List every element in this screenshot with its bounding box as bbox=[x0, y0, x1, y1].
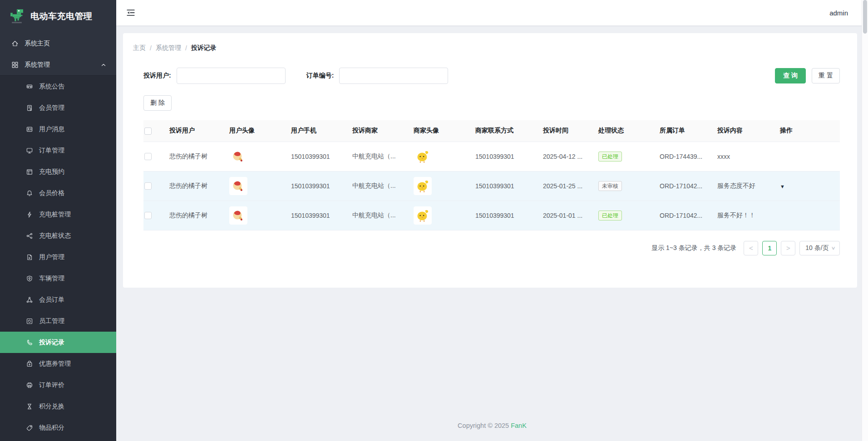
member-file-icon bbox=[26, 104, 33, 112]
col-merchant: 投诉商家 bbox=[351, 120, 413, 142]
share-icon bbox=[26, 232, 33, 240]
breadcrumb-section[interactable]: 系统管理 bbox=[156, 44, 181, 52]
printer-icon bbox=[26, 382, 33, 389]
page-scrollbar[interactable] bbox=[862, 0, 868, 441]
pagination: 显示 1~3 条记录，共 3 条记录 < 1 > 10 条/页 ∨ bbox=[143, 241, 840, 255]
sidebar-item-label: 会员管理 bbox=[39, 104, 64, 112]
col-order: 所属订单 bbox=[659, 120, 716, 142]
sidebar-item-label: 投诉记录 bbox=[39, 338, 64, 347]
cell-merchant-phone: 15010399301 bbox=[474, 142, 542, 171]
dino-icon bbox=[9, 9, 25, 24]
sidebar-item-charger-status[interactable]: 充电桩状态 bbox=[0, 225, 116, 246]
copyright-text: Copyright © 2025 bbox=[458, 422, 511, 429]
coupon-icon bbox=[26, 360, 33, 368]
breadcrumb-separator: / bbox=[150, 44, 152, 52]
filter-bar: 投诉用户: 订单编号: 查 询 重 置 bbox=[143, 68, 840, 84]
cell-merchant-phone: 15010399301 bbox=[474, 171, 542, 201]
cell-merchant-phone: 15010399301 bbox=[474, 201, 542, 230]
footer: Copyright © 2025 FanK bbox=[116, 422, 868, 441]
home-icon bbox=[11, 40, 19, 47]
prev-page-button[interactable]: < bbox=[744, 241, 758, 255]
topbar: admin bbox=[116, 0, 868, 25]
row-actions-dropdown-icon[interactable]: ▼ bbox=[780, 184, 785, 189]
cell-content: xxxx bbox=[716, 142, 779, 171]
sidebar-item-order-reviews[interactable]: 订单评价 bbox=[0, 374, 116, 396]
sidebar-item-vehicles[interactable]: 车辆管理 bbox=[0, 268, 116, 289]
cell-phone: 15010399301 bbox=[290, 142, 351, 171]
sidebar-item-points-exchange[interactable]: 积分兑换 bbox=[0, 396, 116, 417]
sidebar-item-charge-reservation[interactable]: 充电预约 bbox=[0, 161, 116, 182]
col-merchant-avatar: 商家头像 bbox=[413, 120, 474, 142]
bell-icon bbox=[26, 190, 33, 197]
delete-button[interactable]: 删 除 bbox=[143, 95, 172, 111]
sidebar-item-label: 物品积分 bbox=[39, 424, 64, 432]
complaint-user-input[interactable] bbox=[177, 68, 286, 84]
col-merchant-contact: 商家联系方式 bbox=[474, 120, 542, 142]
cell-merchant: 中航充电站（... bbox=[351, 171, 413, 201]
sidebar-item-orders[interactable]: 订单管理 bbox=[0, 140, 116, 161]
complaints-table: 投诉用户 用户头像 用户手机 投诉商家 商家头像 商家联系方式 投诉时间 处理状… bbox=[143, 120, 840, 230]
content-area: 主页 / 系统管理 / 投诉记录 投诉用户: 订单编号: 查 询 重 置 删 除 bbox=[116, 25, 868, 441]
cell-merchant: 中航充电站（... bbox=[351, 142, 413, 171]
breadcrumb-home[interactable]: 主页 bbox=[133, 44, 146, 52]
fold-icon[interactable] bbox=[126, 8, 136, 18]
user-card-icon bbox=[26, 126, 33, 133]
sidebar-item-label: 系统管理 bbox=[25, 61, 50, 69]
sidebar-item-user-messages[interactable]: 用户消息 bbox=[0, 118, 116, 140]
grid-icon bbox=[11, 61, 19, 69]
search-button[interactable]: 查 询 bbox=[775, 68, 806, 83]
col-actions: 操作 bbox=[779, 120, 840, 142]
sidebar-item-announcements[interactable]: 系统公告 bbox=[0, 76, 116, 97]
status-badge: 未审核 bbox=[598, 181, 622, 191]
sidebar-item-member-orders[interactable]: 会员订单 bbox=[0, 289, 116, 310]
yellow-chick-avatar bbox=[414, 147, 432, 166]
sidebar-item-label: 充电桩管理 bbox=[39, 211, 71, 219]
app-logo[interactable]: 电动车充电管理 bbox=[0, 0, 116, 33]
order-number-input[interactable] bbox=[339, 68, 448, 84]
sidebar-item-user-mgmt[interactable]: 用户管理 bbox=[0, 246, 116, 268]
next-page-button[interactable]: > bbox=[781, 241, 795, 255]
page-number-button[interactable]: 1 bbox=[762, 241, 777, 255]
brand-link[interactable]: FanK bbox=[511, 422, 527, 429]
sidebar-item-staff[interactable]: 员工管理 bbox=[0, 310, 116, 332]
content-card: 主页 / 系统管理 / 投诉记录 投诉用户: 订单编号: 查 询 重 置 删 除 bbox=[123, 33, 857, 288]
monitor-icon bbox=[26, 147, 33, 154]
reset-button[interactable]: 重 置 bbox=[812, 68, 840, 83]
cell-actions: ▼ bbox=[779, 171, 840, 201]
sidebar-item-home[interactable]: 系统主页 bbox=[0, 33, 116, 54]
cell-actions bbox=[779, 142, 840, 171]
status-badge: 已处理 bbox=[598, 211, 622, 220]
sidebar-item-label: 优惠券管理 bbox=[39, 360, 71, 368]
sidebar: 电动车充电管理 系统主页 系统管理 系统公告 会员管理 用户消息 订单管理 充电… bbox=[0, 0, 116, 441]
complaint-user-label: 投诉用户: bbox=[143, 72, 171, 80]
row-checkbox[interactable] bbox=[144, 182, 152, 190]
select-all-checkbox[interactable] bbox=[144, 127, 152, 135]
sidebar-item-item-points[interactable]: 物品积分 bbox=[0, 417, 116, 438]
sidebar-item-members[interactable]: 会员管理 bbox=[0, 97, 116, 118]
scrollbar-thumb[interactable] bbox=[863, 0, 867, 34]
col-user-phone: 用户手机 bbox=[290, 120, 351, 142]
yellow-chick-avatar bbox=[414, 206, 432, 225]
sidebar-item-complaints[interactable]: 投诉记录 bbox=[0, 332, 116, 353]
row-checkbox[interactable] bbox=[144, 153, 152, 160]
chevron-down-icon: ∨ bbox=[831, 245, 835, 250]
current-user[interactable]: admin bbox=[829, 9, 848, 17]
col-content: 投诉内容 bbox=[716, 120, 779, 142]
cell-time: 2025-04-12 ... bbox=[542, 142, 597, 171]
sidebar-item-label: 订单管理 bbox=[39, 147, 64, 155]
table-row: 悲伤的橘子树 15010399301 中航充电站（... 15010399301… bbox=[143, 171, 840, 201]
sidebar-item-member-price[interactable]: 会员价格 bbox=[0, 182, 116, 204]
cell-order: ORD-174439... bbox=[659, 142, 716, 171]
document-icon bbox=[26, 254, 33, 261]
table-row: 悲伤的橘子树 15010399301 中航充电站（... 15010399301… bbox=[143, 142, 840, 171]
row-checkbox[interactable] bbox=[144, 212, 152, 219]
cell-user: 悲伤的橘子树 bbox=[168, 142, 228, 171]
page-size-select[interactable]: 10 条/页 ∨ bbox=[799, 241, 840, 255]
pagination-summary: 显示 1~3 条记录，共 3 条记录 bbox=[651, 244, 736, 252]
sidebar-item-coupons[interactable]: 优惠券管理 bbox=[0, 353, 116, 374]
order-number-label: 订单编号: bbox=[306, 72, 334, 80]
sidebar-item-system-mgmt[interactable]: 系统管理 bbox=[0, 54, 116, 75]
cell-content: 服务态度不好 bbox=[716, 171, 779, 201]
sidebar-item-charger-mgmt[interactable]: 充电桩管理 bbox=[0, 204, 116, 225]
cell-user: 悲伤的橘子树 bbox=[168, 171, 228, 201]
